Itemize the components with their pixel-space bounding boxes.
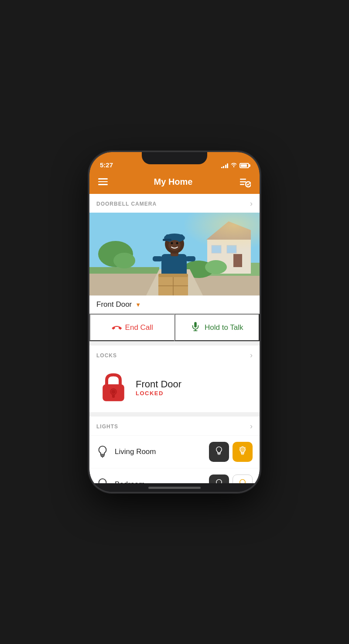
end-call-label: End Call xyxy=(125,323,153,332)
svg-line-48 xyxy=(240,447,240,447)
camera-dropdown-icon: ▼ xyxy=(135,302,141,308)
bulb-icon-living-room xyxy=(96,445,109,458)
doorbell-section-header: DOORBELL CAMERA › xyxy=(89,194,260,213)
light-toggles-living-room xyxy=(209,442,253,462)
lock-info: Front Door LOCKED xyxy=(136,379,181,397)
main-content: DOORBELL CAMERA › xyxy=(89,194,260,483)
lock-item: Front Door LOCKED xyxy=(89,364,260,412)
lights-section-header: LIGHTS › xyxy=(89,417,260,435)
phone-screen: 5:27 xyxy=(89,152,260,492)
svg-rect-1 xyxy=(240,181,246,183)
notch xyxy=(142,152,207,164)
light-item-bedroom: Bedroom xyxy=(89,468,260,483)
end-call-button[interactable]: End Call xyxy=(89,314,174,341)
menu-button[interactable] xyxy=(98,178,108,185)
locks-section-header: LOCKS › xyxy=(89,346,260,364)
svg-line-49 xyxy=(245,447,246,447)
hold-to-talk-button[interactable]: Hold to Talk xyxy=(174,314,260,341)
lights-card: LIGHTS › Living Room xyxy=(89,417,260,483)
living-room-off-button[interactable] xyxy=(209,442,229,462)
camera-selector[interactable]: Front Door ▼ xyxy=(89,295,260,313)
clock: 5:27 xyxy=(100,161,113,169)
lights-section-title: LIGHTS xyxy=(96,424,118,430)
living-room-on-button[interactable] xyxy=(233,442,253,462)
lights-chevron-icon[interactable]: › xyxy=(250,422,253,431)
doorbell-chevron-icon[interactable]: › xyxy=(250,199,253,208)
svg-rect-35 xyxy=(89,213,260,295)
status-icons xyxy=(221,162,250,169)
doorbell-card: DOORBELL CAMERA › xyxy=(89,194,260,341)
svg-rect-0 xyxy=(240,179,246,180)
camera-image xyxy=(89,213,260,295)
light-item-living-room: Living Room xyxy=(89,435,260,468)
doorbell-section-title: DOORBELL CAMERA xyxy=(96,201,157,207)
call-actions: End Call Hold to Talk xyxy=(89,313,260,341)
locks-card: LOCKS › xyxy=(89,346,260,412)
end-call-icon xyxy=(108,320,123,335)
signal-icon xyxy=(221,163,229,168)
light-toggles-bedroom xyxy=(209,475,253,483)
bedroom-off-button[interactable] xyxy=(209,475,229,483)
light-name-living-room: Living Room xyxy=(115,447,209,456)
status-list-button[interactable] xyxy=(239,176,251,188)
svg-rect-46 xyxy=(242,454,244,454)
home-indicator xyxy=(89,483,260,492)
bedroom-on-button[interactable] xyxy=(233,475,253,483)
hold-to-talk-label: Hold to Talk xyxy=(205,323,243,332)
camera-name: Front Door ▼ xyxy=(96,300,141,309)
lock-name: Front Door xyxy=(136,379,181,390)
svg-rect-44 xyxy=(218,454,220,454)
lock-status: LOCKED xyxy=(136,390,181,397)
svg-rect-2 xyxy=(240,184,244,185)
lock-icon xyxy=(98,372,129,403)
locks-chevron-icon[interactable]: › xyxy=(250,351,253,360)
bulb-icon-bedroom xyxy=(96,478,109,483)
camera-feed[interactable] xyxy=(89,213,260,295)
app-header: My Home xyxy=(89,171,260,194)
battery-icon xyxy=(240,163,249,168)
locks-section-title: LOCKS xyxy=(96,353,117,359)
wifi-icon xyxy=(230,162,237,169)
phone-shell: 5:27 xyxy=(89,152,260,492)
mic-icon xyxy=(191,322,200,333)
page-title: My Home xyxy=(154,177,193,187)
light-name-bedroom: Bedroom xyxy=(115,480,209,483)
